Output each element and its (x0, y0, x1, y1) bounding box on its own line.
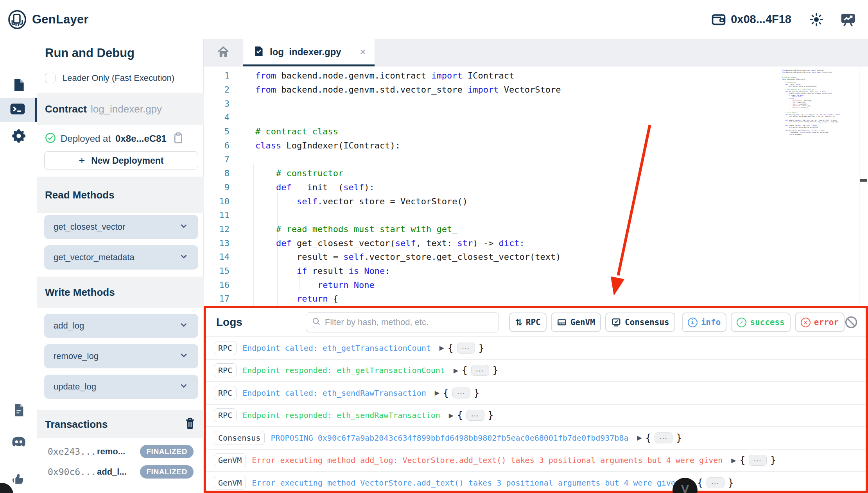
code-line: 2from backend.node.genvm.std.vector_stor… (204, 83, 778, 97)
log-expand-control[interactable]: ▶{...} (449, 410, 493, 421)
filter-label: Consensus (625, 318, 669, 327)
code-line: 7 (204, 152, 778, 166)
server-icon (557, 317, 567, 327)
tab-home[interactable] (204, 39, 243, 66)
method-dropdown-remove_log[interactable]: remove_log (44, 344, 198, 368)
brand: GenLayer (8, 10, 89, 29)
transaction-row[interactable]: 0x90c6...add_l...FINALIZED (37, 462, 204, 482)
terminal-icon (10, 103, 25, 117)
read-methods-list: get_closest_vectorget_vector_metadata (44, 215, 198, 276)
line-number: 2 (204, 85, 230, 95)
ellipsis-chip[interactable]: ... (655, 432, 673, 443)
filter-label: GenVM (570, 318, 595, 327)
line-number: 5 (204, 127, 230, 136)
code-text: return { (782, 98, 796, 100)
ellipsis-chip[interactable]: ... (452, 388, 470, 398)
ellipsis-chip[interactable]: ... (457, 343, 475, 354)
expand-triangle-icon[interactable]: ▶ (439, 344, 444, 352)
code-text: # read methods must start with get_ (230, 224, 457, 234)
tab-log-indexer[interactable]: log_indexer.gpy × (243, 39, 375, 66)
ellipsis-chip[interactable]: ... (749, 455, 767, 466)
ellipsis-chip[interactable]: ... (466, 410, 484, 421)
log-entry: RPCEndpoint responded: eth_sendRawTransa… (206, 405, 866, 427)
transactions-header: Transactions (37, 410, 204, 438)
method-dropdown-get_vector_metadata[interactable]: get_vector_metadata (44, 245, 198, 270)
log-expand-control[interactable]: ▶{...} (454, 365, 498, 376)
filter-button-rpc[interactable]: ⇅RPC (509, 313, 546, 332)
wallet-chip[interactable]: 0x08...4F18 (711, 13, 791, 26)
filter-button-genvm[interactable]: GenVM (551, 313, 601, 332)
expand-triangle-icon[interactable]: ▶ (637, 434, 642, 441)
line-number: 1 (204, 71, 230, 80)
code-text: result = self.vector_store.get_closest_v… (230, 252, 561, 262)
method-dropdown-add_log[interactable]: add_log (44, 314, 198, 338)
line-number: 12 (204, 224, 230, 234)
code-line: 6class LogIndexer(IContract): (204, 138, 778, 152)
expand-triangle-icon[interactable]: ▶ (454, 367, 458, 374)
expand-triangle-icon[interactable]: ▶ (449, 412, 454, 419)
filter-button-consensus[interactable]: Consensus (605, 313, 675, 332)
log-expand-control[interactable]: ▶{...} (435, 388, 479, 398)
expand-triangle-icon[interactable]: ▶ (435, 389, 439, 397)
clear-transactions-trash-icon[interactable] (184, 417, 196, 431)
method-label: remove_log (54, 351, 99, 361)
filter-button-success[interactable]: ✓success (731, 313, 791, 332)
new-deployment-button[interactable]: + New Deployment (44, 151, 198, 170)
sidebar-item-settings[interactable] (0, 124, 37, 149)
code-text: class LogIndexer(IContract): (782, 79, 806, 80)
chevron-down-icon (179, 221, 189, 233)
filter-button-info[interactable]: iinfo (682, 313, 727, 332)
leader-only-checkbox[interactable] (45, 73, 56, 83)
sidebar-item-files[interactable] (0, 73, 37, 98)
write-methods-list: add_logremove_logupdate_log (44, 314, 198, 405)
presentation-chart-icon[interactable] (840, 12, 856, 27)
discord-icon (11, 435, 27, 450)
code-text: def update_log(self, id: int, log: str, … (782, 120, 837, 121)
method-dropdown-update_log[interactable]: update_log (44, 375, 198, 399)
wallet-icon (711, 13, 726, 26)
editor-scrollbar-thumb[interactable] (860, 179, 867, 182)
code-text: # constructor (782, 82, 796, 84)
sidebar-item-run-debug[interactable] (0, 98, 37, 122)
search-input[interactable] (325, 317, 493, 327)
expand-triangle-icon[interactable]: ▶ (731, 457, 736, 464)
transaction-row[interactable]: 0xe243...remo...FINALIZED (37, 441, 204, 462)
log-entry: GenVMError executing method add_log: Vec… (206, 450, 866, 472)
log-expand-control[interactable]: ▶{...} (439, 343, 484, 354)
minimap[interactable]: from backend.node.genvm.icontract import… (782, 70, 859, 135)
method-label: get_vector_metadata (54, 252, 135, 263)
editor-tabbar: log_indexer.gpy × (204, 39, 868, 66)
logs-filter-search[interactable] (306, 312, 499, 332)
log-source-badge: RPC (214, 341, 237, 355)
chevron-down-icon (179, 320, 189, 332)
file-icon (11, 77, 26, 95)
code-line: 15 if result is None: (204, 264, 778, 278)
code-text: self.vector_store.add_text(log, {"log_id… (782, 116, 835, 117)
brace-open: { (740, 455, 745, 466)
log-expand-control[interactable]: ▶{...} (731, 455, 776, 466)
code-text: self.vector_store = VectorStore() (230, 196, 468, 206)
sidebar-item-discord[interactable] (0, 430, 37, 455)
filter-label: success (750, 318, 785, 327)
log-expand-control[interactable]: ▶{...} (637, 432, 682, 443)
logs-header: Logs ⇅RPCGenVMConsensus iinfo✓success✕er… (206, 308, 866, 337)
code-text: from backend.node.genvm.std.vector_store… (230, 85, 561, 95)
ellipsis-chip[interactable]: ... (707, 477, 725, 488)
tx-method: remo... (97, 447, 125, 457)
ellipsis-chip[interactable]: ... (471, 365, 489, 376)
code-text: "similarity": result[0], (782, 100, 812, 102)
theme-toggle-sun-icon[interactable] (809, 13, 823, 27)
sidebar-item-docs[interactable] (0, 398, 37, 423)
top-header: GenLayer 0x08...4F18 (0, 0, 868, 39)
editor-scrollbar-track (859, 66, 859, 306)
clear-logs-ban-icon[interactable] (845, 316, 858, 329)
method-dropdown-get_closest_vector[interactable]: get_closest_vector (44, 215, 198, 239)
filter-button-error[interactable]: ✕error (795, 313, 845, 332)
close-icon[interactable]: × (360, 46, 366, 57)
brace-close: } (474, 388, 479, 398)
copy-address-icon[interactable] (173, 132, 184, 145)
app-root: GenLayer 0x08...4F18 (0, 0, 868, 493)
line-number: 17 (204, 294, 230, 304)
code-text: self.vector_store.delete_vector(id) (782, 127, 818, 128)
brace-open: { (697, 477, 703, 488)
